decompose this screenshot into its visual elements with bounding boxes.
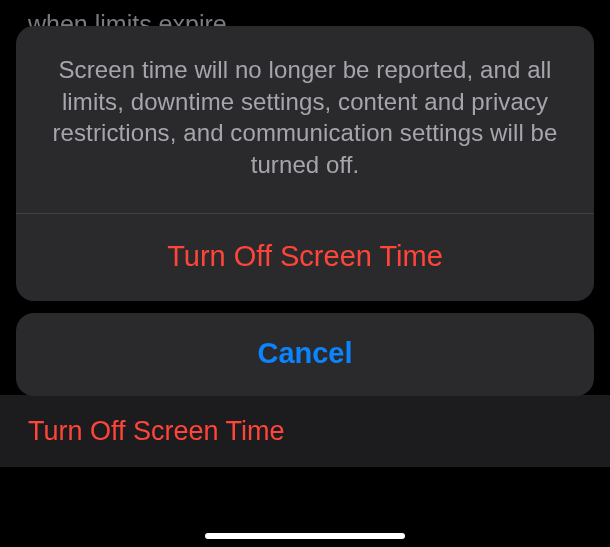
turn-off-screen-time-button[interactable]: Turn Off Screen Time [16,214,594,301]
action-sheet-message: Screen time will no longer be reported, … [16,26,594,213]
action-sheet: Screen time will no longer be reported, … [16,26,594,301]
action-sheet-overlay: Screen time will no longer be reported, … [0,0,610,547]
home-indicator[interactable] [205,533,405,539]
cancel-button[interactable]: Cancel [16,313,594,396]
